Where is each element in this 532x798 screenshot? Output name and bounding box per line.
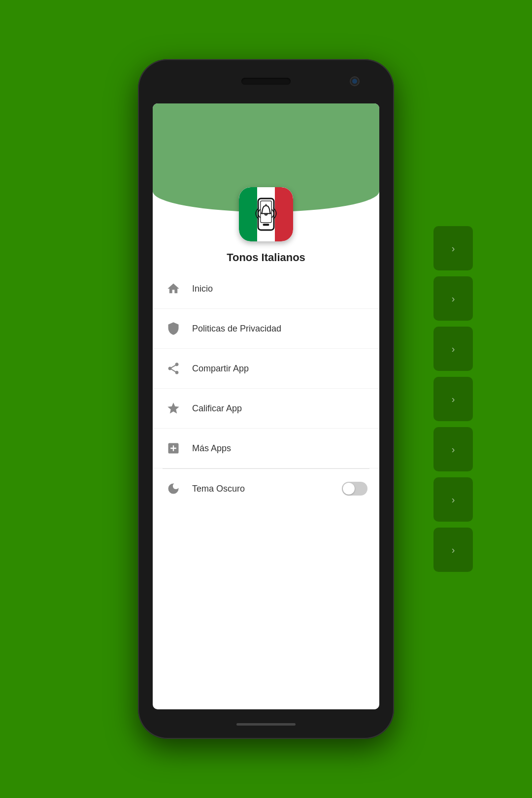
menu-item-compartir[interactable]: Compartir App: [153, 349, 379, 389]
chevron-right-icon: ›: [452, 494, 455, 505]
phone-screen: Tonos Italianos Inicio Politic: [153, 103, 379, 709]
side-panel: ›: [433, 276, 473, 321]
side-panel: ›: [433, 327, 473, 371]
chevron-right-icon: ›: [452, 544, 455, 556]
dark-mode-toggle[interactable]: [342, 482, 367, 496]
toggle-thumb: [343, 483, 355, 495]
camera: [350, 76, 360, 86]
side-panel: ›: [433, 427, 473, 471]
bell-phone-svg: [246, 192, 286, 236]
menu-list: Inicio Politicas de Privacidad Com: [153, 264, 379, 709]
menu-label-mas-apps: Más Apps: [192, 443, 367, 454]
chevron-right-icon: ›: [452, 343, 455, 355]
side-panels: › › › › › › ›: [433, 226, 473, 572]
share-icon: [165, 360, 182, 377]
menu-item-calificar[interactable]: Calificar App: [153, 389, 379, 429]
app-icon: [239, 187, 293, 241]
menu-label-calificar: Calificar App: [192, 403, 367, 414]
menu-label-inicio: Inicio: [192, 284, 367, 294]
plus-square-icon: [165, 439, 182, 457]
shield-icon: [165, 320, 182, 337]
star-icon: [165, 399, 182, 417]
chevron-right-icon: ›: [452, 293, 455, 304]
bell-phone-icon: [246, 195, 286, 234]
side-panel: ›: [433, 377, 473, 421]
menu-label-compartir: Compartir App: [192, 364, 367, 374]
side-panel: ›: [433, 226, 473, 270]
chevron-right-icon: ›: [452, 444, 455, 455]
svg-rect-2: [263, 224, 269, 226]
chevron-right-icon: ›: [452, 243, 455, 254]
toggle-switch[interactable]: [342, 482, 367, 496]
menu-item-tema-oscuro[interactable]: Tema Oscuro: [153, 469, 379, 508]
menu-item-inicio[interactable]: Inicio: [153, 269, 379, 309]
phone-device: Tonos Italianos Inicio Politic: [138, 59, 394, 739]
menu-item-privacidad[interactable]: Politicas de Privacidad: [153, 309, 379, 349]
speaker: [241, 78, 291, 85]
home-icon: [165, 280, 182, 298]
app-icon-container: [239, 187, 293, 241]
menu-item-mas-apps[interactable]: Más Apps: [153, 429, 379, 468]
phone-bottom-bar: [138, 709, 394, 739]
phone-top-bar: [138, 59, 394, 103]
side-panel: ›: [433, 528, 473, 572]
menu-label-privacidad: Politicas de Privacidad: [192, 324, 367, 334]
moon-icon: [165, 480, 182, 498]
home-indicator: [236, 723, 296, 726]
screen-header: [153, 103, 379, 212]
side-panel: ›: [433, 477, 473, 522]
app-title: Tonos Italianos: [153, 251, 379, 264]
menu-label-tema-oscuro: Tema Oscuro: [192, 484, 342, 494]
chevron-right-icon: ›: [452, 394, 455, 405]
